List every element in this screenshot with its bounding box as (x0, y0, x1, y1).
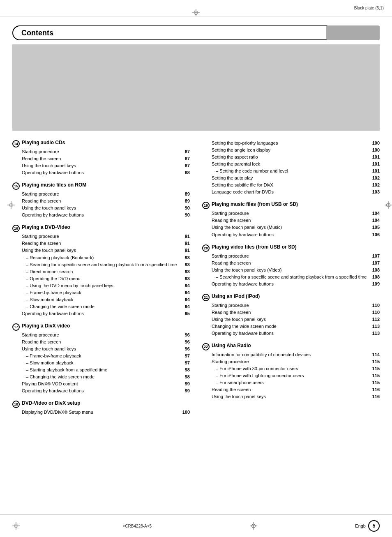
list-item: Reading the screen110 (212, 309, 380, 316)
item-text: – Changing the wide screen mode (26, 373, 183, 380)
list-item: – Searching for a specific scene and sta… (22, 261, 190, 268)
item-page: 91 (183, 240, 190, 247)
item-text: – For iPhone with Lightning connector us… (216, 372, 371, 379)
gray-area (12, 44, 380, 131)
item-text: Operating by hardware buttons (212, 281, 371, 288)
section-items-cont: Setting the top-priority languages100Set… (202, 140, 380, 196)
item-page: 89 (183, 198, 190, 205)
item-text: Operating by hardware buttons (22, 310, 183, 317)
list-item: Reading the screen89 (22, 198, 190, 205)
item-page: 91 (183, 247, 190, 254)
item-text: Reading the screen (212, 309, 371, 316)
item-page: 93 (183, 261, 190, 268)
section-18: 18DVD-Video or DivX setupDisplaying DVD/… (12, 400, 190, 416)
item-page: 97 (183, 353, 190, 360)
list-item: Using the touch panel keys96 (22, 346, 190, 353)
item-text: Using the touch panel keys (212, 393, 371, 400)
item-text: Using the touch panel keys (212, 316, 371, 323)
list-item: Starting procedure87 (22, 148, 190, 155)
item-text: Operating by hardware buttons (212, 231, 371, 238)
item-text: – Searching for a specific scene and sta… (216, 274, 371, 281)
section-header: 20Playing video files (from USB or SD) (202, 244, 380, 252)
list-item: – For iPhone with Lightning connector us… (212, 372, 380, 379)
item-text: Setting the angle icon display (212, 147, 371, 154)
item-page: 89 (183, 191, 190, 198)
item-text: Reading the screen (22, 198, 183, 205)
item-text: – Direct number search (26, 268, 183, 275)
item-text: Operating by hardware buttons (22, 387, 183, 394)
section-number: 16 (12, 225, 20, 232)
item-page: 107 (371, 253, 380, 260)
section-items: Displaying DVD/DivX® Setup menu100 (12, 409, 190, 416)
section-number: 14 (12, 140, 20, 148)
item-text: Setting the parental lock (212, 161, 371, 168)
item-page: 105 (371, 224, 380, 231)
section-items: Information for compatibility of connect… (202, 351, 380, 400)
section-items: Starting procedure91Reading the screen91… (12, 233, 190, 317)
item-text: Operating by hardware buttons (22, 212, 183, 219)
list-item: – Frame-by-frame playback97 (22, 353, 190, 360)
item-page: 88 (183, 169, 190, 176)
section-21: 21Using an iPod (iPod)Starting procedure… (202, 293, 380, 337)
list-item: Information for compatibility of connect… (212, 351, 380, 358)
list-item: Operating by hardware buttons109 (212, 281, 380, 288)
item-text: Setting the top-priority languages (212, 140, 371, 147)
item-text: – Frame-by-frame playback (26, 289, 183, 296)
item-text: – Starting playback from a specified tim… (26, 366, 183, 373)
right-column: Setting the top-priority languages100Set… (202, 140, 380, 512)
list-item: Using the touch panel keys112 (212, 316, 380, 323)
item-text: Starting procedure (212, 253, 371, 260)
list-item: – For iPhone with 30-pin connector users… (212, 365, 380, 372)
crosshair-bottom-left (12, 522, 25, 530)
section-15: 15Playing music files on ROMStarting pro… (12, 182, 190, 219)
page-badge: 5 (368, 520, 380, 532)
item-page: 108 (371, 274, 380, 281)
item-text: Starting procedure (212, 302, 371, 309)
item-page: 115 (371, 358, 380, 365)
plate-text: Black plate (5,1) (354, 6, 384, 10)
section-header: 15Playing music files on ROM (12, 182, 190, 190)
list-item: Displaying DVD/DivX® Setup menu100 (22, 409, 190, 416)
item-text: Starting procedure (212, 358, 371, 365)
section-number: 20 (202, 244, 210, 252)
item-page: 87 (183, 148, 190, 155)
item-text: Using the touch panel keys (22, 247, 183, 254)
list-item: Operating by hardware buttons90 (22, 212, 190, 219)
list-item: Language code chart for DVDs103 (212, 189, 380, 196)
left-column: 14Playing audio CDsStarting procedure87R… (12, 140, 190, 512)
list-item: – Direct number search93 (22, 268, 190, 275)
item-text: Operating by hardware buttons (212, 330, 371, 337)
contents-title: Contents (21, 29, 53, 37)
list-item: Reading the screen107 (212, 260, 380, 267)
list-item: Using the touch panel keys90 (22, 205, 190, 212)
item-page: 91 (183, 233, 190, 240)
section-header: 21Using an iPod (iPod) (202, 293, 380, 301)
item-page: 115 (371, 379, 380, 386)
item-text: Starting procedure (22, 233, 183, 240)
item-text: Playing DivX® VOD content (22, 380, 183, 387)
item-page: 104 (371, 217, 380, 224)
section-items: Starting procedure87Reading the screen87… (12, 148, 190, 176)
list-item: Reading the screen104 (212, 217, 380, 224)
item-page: 94 (183, 296, 190, 303)
list-item: Using the touch panel keys87 (22, 162, 190, 169)
list-item: Changing the wide screen mode113 (212, 323, 380, 330)
list-item: Operating by hardware buttons99 (22, 387, 190, 394)
list-item: – Using the DVD menu by touch panel keys… (22, 282, 190, 289)
section-number: 15 (12, 182, 20, 190)
list-item: Setting the auto play102 (212, 175, 380, 182)
item-text: Using the touch panel keys (Video) (212, 267, 371, 274)
list-item: Playing DivX® VOD content99 (22, 380, 190, 387)
section-header: 14Playing audio CDs (12, 140, 190, 148)
item-text: Reading the screen (212, 386, 371, 393)
section-items: Starting procedure107Reading the screen1… (202, 253, 380, 288)
section-number: 17 (12, 323, 20, 331)
bottom-bar: <CRB4228-A>5 Engb 5 (0, 514, 392, 537)
list-item: Setting the top-priority languages100 (212, 140, 380, 147)
list-item: – For smartphone users115 (212, 379, 380, 386)
section-14: 14Playing audio CDsStarting procedure87R… (12, 140, 190, 176)
item-page: 106 (371, 231, 380, 238)
section-header: 16Playing a DVD-Video (12, 224, 190, 232)
gray-block-top (326, 25, 380, 40)
item-page: 115 (371, 365, 380, 372)
